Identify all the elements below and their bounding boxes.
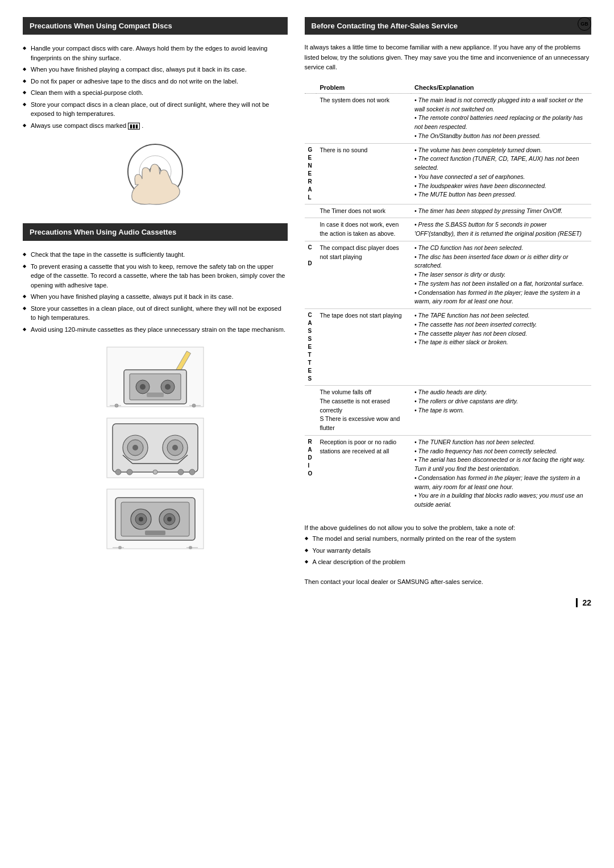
svg-point-29 — [127, 469, 132, 475]
service-table: Problem Checks/Explanation The system do… — [305, 82, 591, 512]
table-checks: • The audio heads are dirty. • The rolle… — [411, 386, 591, 436]
table-problem: In case it does not work, even the actio… — [316, 218, 411, 241]
cassette-bullet-2: To prevent erasing a cassette that you w… — [23, 261, 288, 291]
svg-point-28 — [115, 469, 121, 475]
svg-point-38 — [139, 517, 143, 521]
table-checks: • The TUNER function has not been select… — [411, 435, 591, 512]
table-header-problem: Problem — [316, 82, 411, 94]
page-number: 22 — [576, 598, 591, 607]
cassette-bullet-list: Check that the tape in the cassette is s… — [23, 249, 288, 335]
cassette-bullet-4: Store your cassettes in a clean place, o… — [23, 303, 288, 324]
table-row: The volume falls off The cassette is not… — [305, 386, 591, 436]
svg-point-30 — [153, 470, 157, 474]
disc-bullet-3: Do not fix paper or adhesive tape to the… — [23, 76, 288, 87]
table-checks: • The main lead is not correctly plugged… — [411, 93, 591, 143]
cassette-images-area — [23, 344, 288, 552]
left-column: Precautions When Using Compact Discs Han… — [23, 17, 288, 607]
table-side-label: CD — [305, 241, 317, 308]
bottom-bullet-1: The model and serial numbers, normally p… — [305, 533, 591, 545]
svg-rect-42 — [145, 531, 165, 535]
table-problem-label-s: S — [320, 415, 323, 422]
svg-point-21 — [132, 445, 138, 450]
disc-section-header: Precautions When Using Compact Discs — [23, 17, 288, 35]
table-row: GENERAL There is no sound • The volume h… — [305, 143, 591, 204]
disc-bullet-5: Store your compact discs in a clean plac… — [23, 99, 288, 120]
svg-point-9 — [140, 384, 146, 390]
disc-image-area — [23, 140, 288, 210]
table-side-label — [305, 218, 317, 241]
table-side-label: GENERAL — [305, 143, 317, 204]
svg-point-31 — [178, 469, 184, 475]
table-side-label — [305, 204, 317, 218]
table-side-label — [305, 93, 317, 143]
disc-bullet-1: Handle your compact discs with care. Alw… — [23, 43, 288, 64]
disc-bullet-list: Handle your compact discs with care. Alw… — [23, 43, 288, 131]
bottom-bullet-list: The model and serial numbers, normally p… — [305, 533, 591, 568]
table-header-side — [305, 82, 317, 94]
table-row: RADIO Reception is poor or no radio stat… — [305, 435, 591, 512]
svg-rect-12 — [147, 393, 164, 397]
bottom-notes: If the above guidelines do not allow you… — [305, 523, 591, 587]
cassette-pencil-illustration — [104, 344, 206, 410]
table-checks: • Press the S.BASS button for 5 seconds … — [411, 218, 591, 241]
svg-point-41 — [167, 517, 172, 521]
table-row: In case it does not work, even the actio… — [305, 218, 591, 241]
svg-point-11 — [165, 384, 171, 390]
table-problem: The compact disc player does not start p… — [316, 241, 411, 308]
table-problem: The Timer does not work — [316, 204, 411, 218]
bottom-intro: If the above guidelines do not allow you… — [305, 523, 591, 533]
right-column: GB Before Contacting the After-Sales Ser… — [305, 17, 591, 607]
cassette-section-header: Precautions When Using Audio Cassettes — [23, 223, 288, 241]
bottom-bullet-2: Your warranty details — [305, 545, 591, 557]
cassette-bullet-5: Avoid using 120-minute cassettes as they… — [23, 324, 288, 336]
table-checks: • The timer has been stopped by pressing… — [411, 204, 591, 218]
table-row: CASSETTES The tape does not start playin… — [305, 309, 591, 386]
cassette-bullet-1: Check that the tape in the cassette is s… — [23, 249, 288, 261]
cassette-mechanism-illustration — [104, 415, 206, 481]
table-checks: • The TAPE function has not been selecte… — [411, 309, 591, 386]
cassette-section: Precautions When Using Audio Cassettes C… — [23, 223, 288, 552]
service-section-header: Before Contacting the After-Sales Servic… — [305, 17, 591, 35]
gb-badge: GB — [578, 17, 591, 31]
table-problem: The system does not work — [316, 93, 411, 143]
table-side-label: RADIO — [305, 435, 317, 512]
table-checks: • The CD function has not been selected.… — [411, 241, 591, 308]
cassette-closeup-illustration — [104, 486, 206, 552]
disc-bullet-2: When you have finished playing a compact… — [23, 64, 288, 76]
service-intro: It always takes a little time to become … — [305, 43, 591, 73]
disc-bullet-6: Always use compact discs marked ▮▮▮ . — [23, 120, 288, 132]
table-header-checks: Checks/Explanation — [411, 82, 591, 94]
table-checks: • The volume has been completely turned … — [411, 143, 591, 204]
disc-hand-illustration — [107, 140, 204, 208]
table-problem: The tape does not start playing — [316, 309, 411, 386]
bottom-footer: Then contact your local dealer or SAMSUN… — [305, 577, 591, 587]
disc-bullet-4: Clean them with a special-purpose cloth. — [23, 87, 288, 99]
table-side-label: CASSETTES — [305, 309, 317, 386]
svg-point-14 — [115, 404, 118, 407]
bottom-bullet-3: A clear description of the problem — [305, 556, 591, 568]
table-row: CD The compact disc player does not star… — [305, 241, 591, 308]
table-problem: Reception is poor or no radio stations a… — [316, 435, 411, 512]
svg-point-32 — [189, 469, 195, 475]
table-problem: The volume falls off The cassette is not… — [316, 386, 411, 436]
table-row: The system does not work • The main lead… — [305, 93, 591, 143]
cassette-bullet-3: When you have finished playing a cassett… — [23, 291, 288, 303]
table-side-label — [305, 386, 317, 436]
table-row: The Timer does not work • The timer has … — [305, 204, 591, 218]
table-problem: There is no sound — [316, 143, 411, 204]
svg-point-24 — [172, 445, 178, 450]
svg-point-44 — [118, 546, 122, 549]
